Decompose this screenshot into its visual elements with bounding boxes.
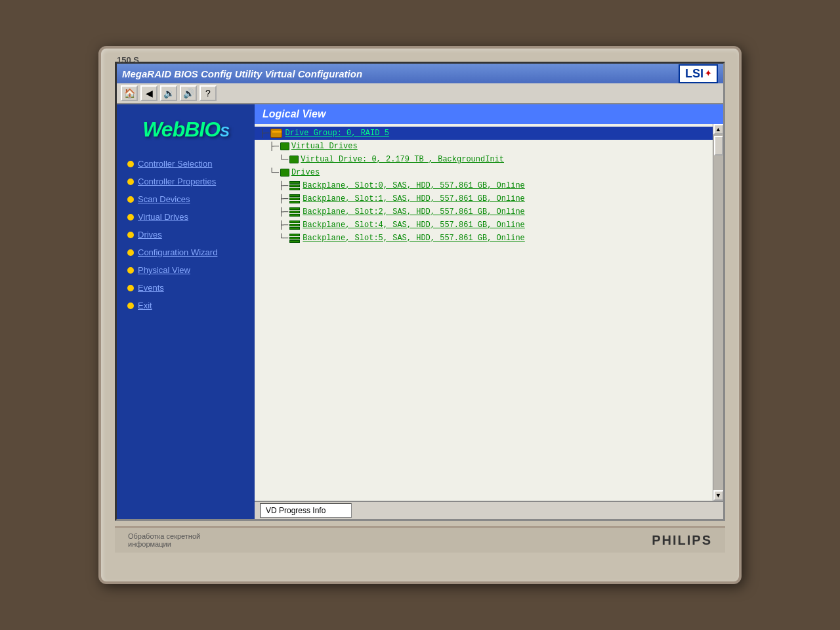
nav-label-drives: Drives [138, 230, 162, 240]
tree-item-text: Backplane, Slot:0, SAS, HDD, 557.861 GB,… [303, 181, 524, 190]
scroll-down-button[interactable]: ▼ [713, 490, 724, 501]
tree-row-slot-4[interactable]: ├─ Backplane, Slot:4, SAS, HDD, 557.861 … [255, 219, 713, 232]
screen-area: MegaRAID BIOS Config Utility Virtual Con… [115, 62, 725, 521]
tree-item-text: Drives [291, 168, 320, 177]
tree-row-slot-5[interactable]: └─ Backplane, Slot:5, SAS, HDD, 557.861 … [255, 232, 713, 245]
vol-down-button[interactable]: 🔉 [160, 85, 177, 101]
panel-title: Logical View [255, 104, 723, 124]
monitor-note: Обработка секретной информации [128, 532, 233, 548]
hdd-icon [289, 220, 300, 230]
status-text: VD Progress Info [266, 506, 326, 515]
tree-item-text: Virtual Drives [291, 142, 358, 151]
tree-row-slot-1[interactable]: ├─ Backplane, Slot:1, SAS, HDD, 557.861 … [255, 192, 713, 205]
bullet-icon [127, 161, 134, 167]
bullet-icon [127, 214, 134, 220]
nav-label-events: Events [138, 283, 164, 293]
small-disk-icon [280, 169, 289, 177]
sidebar-item-events[interactable]: Events [117, 279, 255, 297]
sidebar-item-exit[interactable]: Exit [117, 297, 255, 314]
monitor-brand: PHILIPS [652, 533, 712, 548]
home-button[interactable]: 🏠 [121, 85, 138, 101]
title-bar: MegaRAID BIOS Config Utility Virtual Con… [117, 64, 723, 83]
sidebar-item-scan-devices[interactable]: Scan Devices [117, 190, 255, 208]
monitor-label: 150 S [117, 55, 139, 65]
nav-label-controller-properties: Controller Properties [138, 177, 216, 186]
tree-connector: └─ [260, 234, 288, 243]
tree-row-drives[interactable]: └─ Drives [255, 166, 713, 179]
hdd-icon [289, 181, 300, 190]
bullet-icon [127, 196, 134, 203]
tree-connector: ├─ [260, 194, 288, 203]
hdd-icon [289, 207, 300, 217]
nav-label-exit: Exit [138, 301, 152, 310]
disk-icon [270, 129, 282, 138]
tree-connector: ├─ [260, 129, 269, 138]
sidebar-item-drives[interactable]: Drives [117, 226, 255, 243]
tree-connector: └─ [260, 168, 279, 177]
monitor-bottom: Обработка секретной информации PHILIPS [115, 526, 725, 553]
nav-label-config-wizard: Configuration Wizard [138, 247, 217, 257]
sidebar-item-physical-view[interactable]: Physical View [117, 261, 255, 279]
right-panel: Logical View ├─ Drive Group: 0, RAID 5 ├… [255, 104, 723, 519]
bullet-icon [127, 303, 134, 309]
nav-label-virtual-drives: Virtual Drives [138, 212, 188, 222]
status-bar: VD Progress Info [255, 501, 723, 519]
back-button[interactable]: ◀ [140, 85, 158, 101]
nav-label-physical-view: Physical View [138, 265, 190, 275]
nav-label-controller-selection: Controller Selection [138, 159, 212, 169]
help-button[interactable]: ? [200, 85, 217, 101]
webbios-logo: WebBIOS [117, 111, 255, 155]
lsi-text: LSI [685, 67, 704, 81]
lsi-star-icon: ✦ [705, 69, 711, 78]
tree-item-text: Backplane, Slot:4, SAS, HDD, 557.861 GB,… [303, 220, 524, 230]
bullet-icon [127, 232, 134, 238]
bullet-icon [127, 267, 134, 274]
tree-item-text: Backplane, Slot:2, SAS, HDD, 557.861 GB,… [303, 207, 524, 217]
tree-connector: ├─ [260, 181, 288, 190]
tree-row-slot-0[interactable]: ├─ Backplane, Slot:0, SAS, HDD, 557.861 … [255, 179, 713, 192]
bullet-icon [127, 249, 134, 256]
tree-item-text: Virtual Drive: 0, 2.179 TB , BackgroundI… [301, 155, 504, 164]
sidebar-item-controller-properties[interactable]: Controller Properties [117, 173, 255, 190]
nav-label-scan-devices: Scan Devices [138, 194, 190, 204]
scroll-up-button[interactable]: ▲ [713, 124, 724, 135]
tree-item-text: Drive Group: 0, RAID 5 [285, 129, 388, 138]
small-disk-icon [280, 142, 289, 150]
tree-item-text: Backplane, Slot:5, SAS, HDD, 557.861 GB,… [303, 234, 524, 243]
tree-row-virtual-drives[interactable]: ├─ Virtual Drives [255, 140, 713, 153]
sidebar-item-configuration-wizard[interactable]: Configuration Wizard [117, 243, 255, 261]
scrollbar-vertical[interactable]: ▲ ▼ [713, 124, 723, 501]
webbios-title: WebBIOS [117, 117, 255, 142]
bullet-icon [127, 285, 134, 291]
tree-row-drive-group[interactable]: ├─ Drive Group: 0, RAID 5 [255, 127, 713, 140]
tree-row-virtual-drive-0[interactable]: └─ Virtual Drive: 0, 2.179 TB , Backgrou… [255, 153, 713, 166]
tree-connector: ├─ [260, 142, 279, 151]
bullet-icon [127, 178, 134, 185]
scroll-track [713, 135, 723, 490]
tree-area: ├─ Drive Group: 0, RAID 5 ├─ Virtual Dri… [255, 124, 713, 501]
vol-up-button[interactable]: 🔊 [180, 85, 197, 101]
sidebar: WebBIOS Controller Selection Controller … [117, 104, 255, 519]
tree-connector: └─ [260, 155, 288, 164]
small-disk-icon [289, 156, 299, 163]
main-content: WebBIOS Controller Selection Controller … [117, 104, 723, 519]
tree-item-text: Backplane, Slot:1, SAS, HDD, 557.861 GB,… [303, 194, 524, 203]
tree-row-slot-2[interactable]: ├─ Backplane, Slot:2, SAS, HDD, 557.861 … [255, 205, 713, 219]
hdd-icon [289, 234, 300, 243]
tree-connector: ├─ [260, 207, 288, 217]
tree-connector: ├─ [260, 220, 288, 230]
monitor: 150 S MegaRAID BIOS Config Utility Virtu… [98, 46, 742, 584]
sidebar-item-virtual-drives[interactable]: Virtual Drives [117, 208, 255, 226]
scroll-thumb[interactable] [714, 136, 723, 156]
hdd-icon [289, 194, 300, 203]
lsi-logo: LSI✦ [679, 64, 718, 83]
toolbar: 🏠 ◀ 🔉 🔊 ? [117, 83, 723, 104]
app-title: MegaRAID BIOS Config Utility Virtual Con… [122, 68, 362, 79]
status-field: VD Progress Info [260, 503, 352, 518]
sidebar-item-controller-selection[interactable]: Controller Selection [117, 155, 255, 173]
